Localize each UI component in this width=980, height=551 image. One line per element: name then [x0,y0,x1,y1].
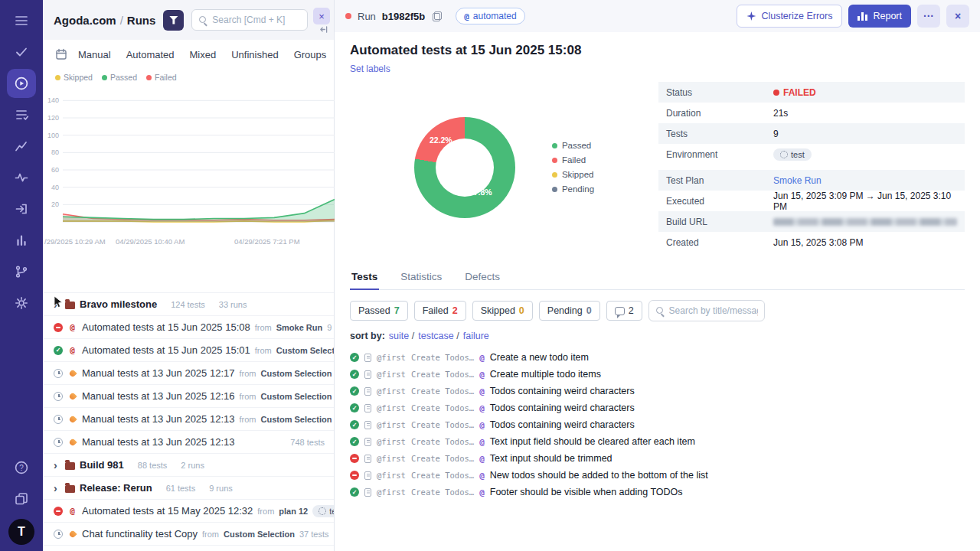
test-row[interactable]: @first Create Todos… @ Todos containing … [350,399,965,416]
run-row[interactable]: › Release: Rerun 61 tests 9 runs [43,477,334,500]
passed-percentage: 77.8% [469,187,492,197]
analytics-icon[interactable] [7,132,36,161]
run-row[interactable]: › Manual tests at 13 Jun 2025 12:16 from… [43,385,334,408]
detail-tab[interactable]: Defects [463,265,501,290]
sort-option[interactable]: testcase [418,331,459,341]
runs-icon[interactable] [7,69,36,98]
run-title: Manual tests at 13 Jun 2025 12:17 [82,367,234,379]
report-button[interactable]: Report [848,5,911,28]
test-row[interactable]: @first Create Todos… @ Create multiple t… [350,366,965,383]
run-row[interactable]: › Bravo milestone 124 tests 33 runs [43,293,334,316]
legend-dot [102,75,107,80]
sparkles-icon [746,11,756,21]
import-icon[interactable] [7,194,36,223]
run-page-title: Automated tests at 15 Jun 2025 15:08 [350,43,965,58]
sort-row: sort by: suitetestcasefailure [350,331,965,341]
settings-icon[interactable] [7,289,36,318]
automated-icon: @ [479,370,485,380]
run-row[interactable]: › Manual tests at 13 Jun 2025 12:13 748 … [43,431,334,454]
runs-tab[interactable]: Manual [78,49,111,60]
tests-icon[interactable] [7,37,36,67]
run-row[interactable]: › Manual tests at 13 Jun 2025 12:13 from… [43,408,334,431]
bar-chart-icon [858,12,867,21]
calendar-icon [55,48,67,60]
status-filter-button[interactable]: Failed 2 [414,301,466,321]
app-logo[interactable]: T [8,519,34,545]
comments-filter-button[interactable]: 2 [606,301,642,321]
run-row[interactable]: › Automated tests at 15 May 2025 12:32 f… [43,500,334,523]
run-type-icon [67,391,77,401]
runs-tab[interactable]: Automated [126,49,175,60]
run-test-count: 9 tests [327,323,334,332]
detail-tab[interactable]: Statistics [399,265,443,290]
clusterize-errors-button[interactable]: Clusterize Errors [737,5,842,28]
run-title: Release: Rerun [80,482,152,494]
runs-tab[interactable]: Mixed [190,49,217,60]
sort-option[interactable]: failure [463,331,489,341]
run-row[interactable]: › Chat functinality test Copy from Custo… [43,523,334,546]
test-row[interactable]: @first Create Todos… @ Todos containing … [350,416,965,433]
run-source: plan 12 [279,507,308,516]
menu-icon[interactable] [7,6,36,35]
sort-option[interactable]: suite [389,331,414,341]
run-from-label: from [255,323,272,332]
close-panel-button[interactable]: × [313,8,330,24]
info-row: Test Plan Smoke Run [658,170,965,191]
svg-text:80: 80 [51,148,59,156]
runs-search-input[interactable] [212,15,301,25]
status-filter-button[interactable]: Skipped 0 [472,301,533,321]
runs-tabs: ManualAutomatedMixedUnfinishedGroups [43,40,334,69]
pulse-icon[interactable] [7,163,36,192]
detail-tab[interactable]: Tests [350,265,379,290]
info-value[interactable]: Smoke Run [773,175,822,186]
automated-badge[interactable]: @ automated [456,8,524,24]
test-row[interactable]: @first Create Todos… @ New todos should … [350,467,965,484]
runs-search[interactable] [191,9,308,31]
run-detail-panel: Run b1982f5b @ automated Clusterize Erro… [335,0,980,551]
test-search-input[interactable] [669,305,758,316]
collapse-panel-icon[interactable] [319,25,328,34]
chevron-right-icon[interactable]: › [54,460,60,471]
test-row[interactable]: @first Create Todos… @ Text input field … [350,433,965,450]
copy-run-id-icon[interactable] [433,11,442,21]
filter-count: 2 [452,305,458,316]
project-name[interactable]: Agoda.com [54,14,116,27]
branches-icon[interactable] [7,257,36,286]
test-search[interactable] [648,300,765,321]
test-row[interactable]: @first Create Todos… @ Footer should be … [350,484,965,500]
chevron-right-icon[interactable]: › [54,483,60,494]
test-title: Text input field should be cleared after… [490,436,695,447]
set-labels-link[interactable]: Set labels [350,64,390,74]
run-type-icon [67,322,77,332]
test-title: Text input should be trimmed [490,453,612,464]
chevron-right-icon[interactable]: › [54,299,60,310]
test-row[interactable]: @first Create Todos… @ Todos containing … [350,383,965,399]
projects-icon[interactable] [7,484,36,514]
runs-tab[interactable]: Groups [294,49,327,60]
run-row[interactable]: › Automated tests at 15 Jun 2025 15:08 f… [43,316,334,339]
testcase-icon [364,404,371,412]
run-runs-count: 2 runs [181,461,204,470]
filter-button[interactable] [163,10,184,31]
reports-icon[interactable] [7,226,36,255]
test-row[interactable]: @first Create Todos… @ Create a new todo… [350,349,965,366]
svg-text:100: 100 [47,132,59,139]
automated-icon: @ [479,353,485,363]
runs-tab[interactable]: Unfinished [231,49,278,60]
run-type-icon [67,345,77,355]
status-filter-button[interactable]: Pending 0 [539,301,600,321]
run-row[interactable]: › Manual tests at 13 Jun 2025 12:17 from… [43,362,334,385]
run-row[interactable]: › Automated tests at 15 Jun 2025 15:01 f… [43,339,334,362]
failed-percentage: 22.2% [430,135,452,145]
more-button[interactable]: ··· [917,5,940,28]
at-icon: @ [464,11,469,21]
close-run-button[interactable]: × [946,5,969,28]
info-value: FAILED [773,87,816,98]
test-row[interactable]: @first Create Todos… @ Text input should… [350,450,965,467]
test-plans-icon[interactable] [7,100,36,129]
run-row[interactable]: › Build 981 88 tests 2 runs [43,454,334,477]
help-icon[interactable]: ? [7,453,36,482]
test-status-icon [350,420,359,429]
info-label: Status [666,87,773,98]
status-filter-button[interactable]: Passed 7 [350,301,408,321]
